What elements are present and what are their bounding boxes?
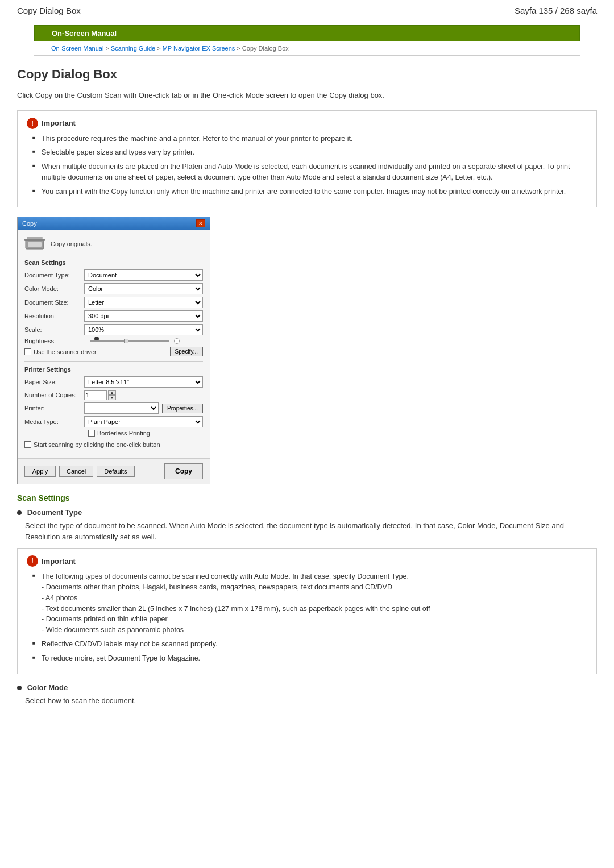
main-content: Copy Dialog Box Click Copy on the Custom… — [0, 56, 614, 724]
brightness-slider-area — [84, 338, 203, 344]
dialog-footer: Apply Cancel Defaults Copy — [18, 458, 210, 484]
important-icon-2: ! — [27, 555, 38, 567]
svg-rect-1 — [28, 242, 42, 247]
document-type-item: Document Type Select the type of documen… — [17, 508, 597, 542]
dialog-paper-size-select[interactable]: Letter 8.5"x11" A4 Legal — [84, 376, 203, 388]
bullet-dot-1 — [17, 510, 22, 515]
dialog-printer-row: Printer: Properties... — [24, 402, 203, 414]
apply-button[interactable]: Apply — [24, 466, 56, 477]
dialog-doc-type-select[interactable]: Document Photo Magazine Auto Mode — [84, 269, 203, 281]
svg-rect-3 — [27, 237, 43, 239]
copies-input[interactable] — [84, 390, 107, 400]
important-label-2: Important — [42, 557, 76, 566]
breadcrumb-link-1[interactable]: On-Screen Manual — [51, 45, 103, 52]
important-item-2-2: Reflective CD/DVD labels may not be scan… — [32, 639, 587, 650]
dialog-box: Copy ✕ Copy originals. — [17, 217, 210, 484]
dialog-title: Copy — [22, 220, 37, 227]
color-mode-title: Color Mode — [17, 683, 597, 692]
onscreen-banner-label: On-Screen Manual — [52, 29, 117, 38]
important-header-1: ! Important — [27, 118, 587, 129]
header-page-info: Sayfa 135 / 268 sayfa — [515, 6, 597, 15]
breadcrumb-current: Copy Dialog Box — [242, 45, 289, 52]
dialog-titlebar: Copy ✕ — [18, 217, 210, 230]
onscreen-banner: On-Screen Manual — [34, 25, 580, 41]
dialog-footer-left: Apply Cancel Defaults — [24, 466, 135, 477]
start-scanning-checkbox[interactable] — [24, 441, 31, 448]
scan-settings-title: Scan Settings — [17, 493, 597, 502]
important-box-2: ! Important The following types of docum… — [17, 548, 597, 674]
color-mode-text: Select how to scan the document. — [25, 695, 597, 707]
properties-button[interactable]: Properties... — [162, 404, 203, 413]
important-label-1: Important — [42, 119, 76, 127]
important-list-2: The following types of documents cannot … — [27, 571, 587, 663]
dialog-doc-type-label: Document Type: — [24, 272, 84, 279]
dialog-scan-icon-area: Copy originals. — [24, 235, 203, 252]
borderless-row: Borderless Printing — [26, 430, 203, 437]
scanner-icon — [24, 235, 45, 252]
breadcrumb-link-3[interactable]: MP Navigator EX Screens — [163, 45, 235, 52]
document-type-text: Select the type of document to be scanne… — [25, 520, 597, 542]
scanner-driver-label: Use the scanner driver — [34, 348, 97, 355]
bullet-dot-2 — [17, 686, 22, 690]
start-scanning-row: Start scanning by clicking the one-click… — [24, 441, 203, 448]
breadcrumb: On-Screen Manual > Scanning Guide > MP N… — [34, 41, 580, 56]
dialog-scanner-driver-row: Use the scanner driver Specify... — [24, 347, 203, 356]
borderless-label: Borderless Printing — [97, 430, 150, 437]
dialog-color-mode-select[interactable]: Color Grayscale Black and White — [84, 283, 203, 294]
dialog-brightness-label: Brightness: — [24, 338, 84, 344]
important-box-1: ! Important This procedure requires the … — [17, 110, 597, 208]
dialog-scale-row: Scale: 100% 75% 50% — [24, 324, 203, 335]
brightness-track[interactable] — [90, 340, 169, 342]
spinner-down[interactable]: ▼ — [108, 395, 116, 400]
page-title: Copy Dialog Box — [17, 67, 597, 82]
color-mode-section: Color Mode Select how to scan the docume… — [17, 683, 597, 707]
scan-settings-section: Scan Settings Document Type Select the t… — [17, 493, 597, 542]
dialog-scale-label: Scale: — [24, 326, 84, 333]
intro-text: Click Copy on the Custom Scan with One-c… — [17, 90, 597, 101]
dialog-resolution-row: Resolution: 300 dpi 150 dpi 600 dpi — [24, 310, 203, 322]
dialog-scan-settings-label: Scan Settings — [24, 259, 203, 266]
start-scanning-label: Start scanning by clicking the one-click… — [34, 441, 160, 448]
dialog-media-type-select[interactable]: Plain Paper Photo Paper Glossy Paper — [84, 416, 203, 427]
dialog-media-type-row: Media Type: Plain Paper Photo Paper Glos… — [24, 416, 203, 427]
important-item-1-1: This procedure requires the machine and … — [32, 134, 587, 144]
copies-spinner: ▲ ▼ — [108, 390, 116, 400]
dialog-doc-type-row: Document Type: Document Photo Magazine A… — [24, 269, 203, 281]
header-title: Copy Dialog Box — [17, 6, 81, 15]
important-item-1-4: You can print with the Copy function onl… — [32, 186, 587, 197]
dialog-printer-label: Printer: — [24, 405, 84, 412]
specify-button[interactable]: Specify... — [170, 347, 203, 356]
dialog-copies-row: Number of Copies: ▲ ▼ — [24, 390, 203, 400]
dialog-scan-text: Copy originals. — [51, 240, 92, 247]
dialog-scale-select[interactable]: 100% 75% 50% — [84, 324, 203, 335]
cancel-button[interactable]: Cancel — [59, 466, 93, 477]
dialog-body: Copy originals. Scan Settings Document T… — [18, 230, 210, 458]
borderless-checkbox[interactable] — [88, 430, 95, 437]
dialog-close-btn[interactable]: ✕ — [196, 219, 205, 227]
important-list-1: This procedure requires the machine and … — [27, 134, 587, 197]
color-mode-label: Color Mode — [27, 683, 68, 692]
dialog-brightness-row: Brightness: — [24, 338, 203, 344]
dialog-separator-1 — [24, 361, 203, 362]
svg-rect-2 — [24, 239, 45, 241]
spinner-up[interactable]: ▲ — [108, 390, 116, 395]
color-mode-item: Color Mode Select how to scan the docume… — [17, 683, 597, 707]
breadcrumb-link-2[interactable]: Scanning Guide — [111, 45, 155, 52]
dialog-resolution-select[interactable]: 300 dpi 150 dpi 600 dpi — [84, 310, 203, 322]
scanner-driver-checkbox[interactable] — [24, 348, 31, 355]
dialog-paper-size-row: Paper Size: Letter 8.5"x11" A4 Legal — [24, 376, 203, 388]
important-icon-1: ! — [27, 118, 38, 129]
brightness-marker — [174, 338, 180, 344]
copy-button[interactable]: Copy — [164, 463, 203, 479]
document-type-title: Document Type — [17, 508, 597, 517]
dialog-copies-label: Number of Copies: — [24, 392, 84, 398]
dialog-doc-size-row: Document Size: Letter A4 Auto — [24, 297, 203, 308]
dialog-doc-size-select[interactable]: Letter A4 Auto — [84, 297, 203, 308]
dialog-color-mode-label: Color Mode: — [24, 285, 84, 292]
important-item-2-1: The following types of documents cannot … — [32, 571, 587, 636]
page-header: Copy Dialog Box Sayfa 135 / 268 sayfa — [0, 0, 614, 19]
dialog-printer-select[interactable] — [84, 402, 159, 414]
dialog-media-type-label: Media Type: — [24, 418, 84, 425]
defaults-button[interactable]: Defaults — [97, 466, 134, 477]
important-header-2: ! Important — [27, 555, 587, 567]
